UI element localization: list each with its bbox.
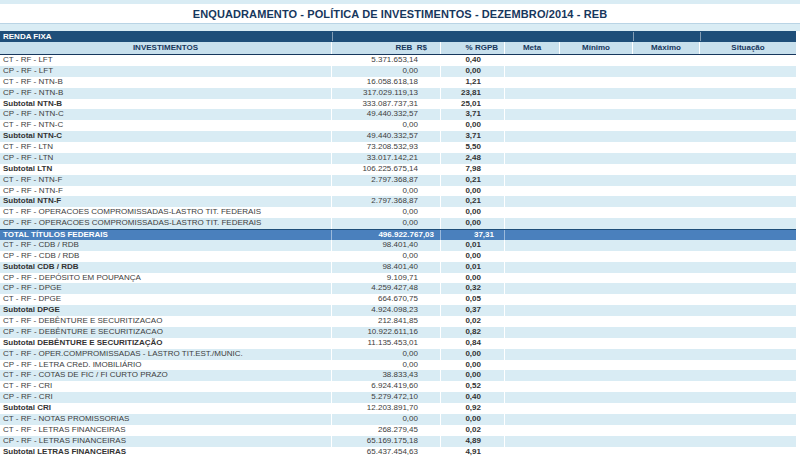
minimo-cell [560,305,633,316]
investment-label: Subtotal CDB / RDB [0,262,332,273]
table-row: CP - RF - LETRA CRéD. IMOBILIÁRIO 0,00 0… [0,360,796,371]
situacao-cell [700,447,796,458]
situacao-cell [700,283,796,294]
reb-value: 6.924.419,60 [332,381,441,392]
situacao-cell [700,262,796,273]
table-row: Subtotal NTN-C 49.440.332,57 3,71 [0,131,796,142]
table-row: Subtotal CDB / RDB 98.401,40 0,01 [0,262,796,273]
investment-label: Subtotal LTN [0,164,332,175]
rgpb-percent-value: 4,91 [441,447,505,458]
situacao-cell [700,131,796,142]
reb-value: 16.058.618,18 [332,77,441,88]
investment-label: CT - RF - LFT [0,55,332,66]
table-header-row: INVESTIMENTOS REB R$ % RGPB Meta Mínimo … [0,42,796,55]
rgpb-percent-value: 0,00 [441,120,505,131]
investment-label: CT - RF - NTN-B [0,77,332,88]
rgpb-percent-value: 0,21 [441,196,505,207]
reb-value: 0,00 [332,120,441,131]
minimo-cell [560,120,633,131]
rgpb-percent-value: 0,02 [441,425,505,436]
meta-cell [505,349,560,360]
reb-value: 4.924.098,23 [332,305,441,316]
situacao-cell [700,99,796,110]
rgpb-percent-value: 0,02 [441,316,505,327]
situacao-cell [700,142,796,153]
investment-label: CT - RF - NTN-F [0,175,332,186]
rgpb-percent-value: 0,40 [441,55,505,66]
minimo-cell [560,327,633,338]
meta-cell [505,240,560,251]
meta-cell [505,414,560,425]
reb-value: 11.135.453,01 [332,338,441,349]
investment-label: CT - RF - LTN [0,142,332,153]
reb-value: 496.922.767,03 [332,230,441,240]
minimo-cell [560,294,633,305]
meta-cell [505,392,560,403]
table-row: CT - RF - NTN-C 0,00 0,00 [0,120,796,131]
maximo-cell [633,142,700,153]
situacao-cell [700,349,796,360]
maximo-cell [633,207,700,218]
investment-label: CP - RF - DPGE [0,283,332,294]
column-header-maximo: Máximo [633,42,700,54]
reb-value: 0,00 [332,349,441,360]
table-row: Subtotal NTN-F 2.797.368,87 0,21 [0,196,796,207]
situacao-cell [700,218,796,229]
situacao-cell [700,164,796,175]
situacao-cell [700,360,796,371]
reb-value: 0,00 [332,186,441,197]
table-row: CP - RF - CDB / RDB 0,00 0,00 [0,251,796,262]
minimo-cell [560,175,633,186]
table-row: CT - RF - LTN 73.208.532,93 5,50 [0,142,796,153]
rgpb-percent-value: 37,31 [441,230,505,240]
table-row: Subtotal LTN 106.225.675,14 7,98 [0,164,796,175]
reb-value: 0,00 [332,251,441,262]
column-header-situacao: Situação [700,42,796,54]
table-row: CT - RF - LFT 5.371.653,14 0,40 [0,55,796,66]
table-row: CP - RF - DPGE 4.259.427,48 0,32 [0,283,796,294]
meta-cell [505,425,560,436]
reb-value: 664.670,75 [332,294,441,305]
meta-cell [505,360,560,371]
minimo-cell [560,349,633,360]
minimo-cell [560,196,633,207]
investment-label: CP - RF - NTN-C [0,109,332,120]
maximo-cell [633,360,700,371]
maximo-cell [633,338,700,349]
reb-value: 12.203.891,70 [332,403,441,414]
investment-label: Subtotal LETRAS FINANCEIRAS [0,447,332,458]
investment-label: CP - RF - CRI [0,392,332,403]
table-row: CT - RF - NOTAS PROMISSORIAS 0,00 0,00 [0,414,796,425]
table-row: CT - RF - NTN-B 16.058.618,18 1,21 [0,77,796,88]
situacao-cell [700,338,796,349]
reb-value: 49.440.332,57 [332,131,441,142]
rgpb-percent-value: 0,00 [441,370,505,381]
situacao-cell [700,196,796,207]
rgpb-percent-value: 0,00 [441,360,505,371]
maximo-cell [633,392,700,403]
reb-value: 2.797.368,87 [332,196,441,207]
rgpb-percent-value: 0,00 [441,251,505,262]
section-header-renda-fixa: RENDA FIXA [0,31,796,42]
investment-label: CP - RF - CDB / RDB [0,251,332,262]
minimo-cell [560,164,633,175]
investment-label: CP - RF - DEBÊNTURE E SECURITIZACAO [0,327,332,338]
investment-label: CT - RF - LETRAS FINANCEIRAS [0,425,332,436]
investment-label: Subtotal NTN-F [0,196,332,207]
maximo-cell [633,403,700,414]
investment-label: CP - RF - NTN-F [0,186,332,197]
meta-cell [505,120,560,131]
maximo-cell [633,262,700,273]
maximo-cell [633,230,700,240]
table-row: CP - RF - CRI 5.279.472,10 0,40 [0,392,796,403]
situacao-cell [700,120,796,131]
minimo-cell [560,218,633,229]
table-row: Subtotal CRI 12.203.891,70 0,92 [0,403,796,414]
column-separator [332,32,333,41]
maximo-cell [633,251,700,262]
rgpb-percent-value: 0,00 [441,186,505,197]
investment-label: CP - RF - LFT [0,66,332,77]
investment-label: CP - RF - NTN-B [0,88,332,99]
rgpb-percent-value: 0,82 [441,327,505,338]
rgpb-percent-value: 0,37 [441,305,505,316]
